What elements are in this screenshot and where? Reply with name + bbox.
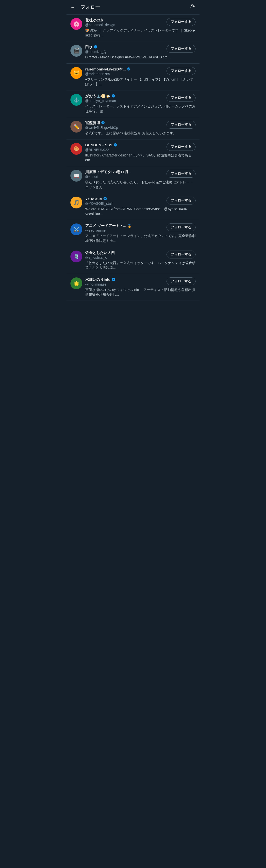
user-name: YOASOBI xyxy=(85,196,165,201)
verified-badge xyxy=(113,143,117,148)
avatar: ✏️ xyxy=(70,121,82,132)
user-handle: @YOASOBI_staff xyxy=(85,202,165,206)
verified-badge xyxy=(127,67,131,72)
user-handle: @s_toshitai_o xyxy=(85,255,165,259)
list-item: ⚔️アニメ ソードアート・...🏅@sao_animeフォローするアニメ「ソード… xyxy=(67,220,199,247)
list-item: ⚓がおう⚓🌕🌤️@umaiyo_puyomanフォローするイラストレーター。ラス… xyxy=(67,90,199,117)
user-handle: @hanamori_design xyxy=(85,23,165,27)
follow-button[interactable]: フォローする xyxy=(166,45,196,53)
user-handle: @Un4v5s8bgsVk9Xp xyxy=(85,126,165,130)
avatar: ⚔️ xyxy=(70,223,82,235)
follow-button[interactable]: フォローする xyxy=(166,170,196,178)
follow-button[interactable]: フォローする xyxy=(166,223,196,231)
user-handle: @kunori xyxy=(85,175,165,179)
user-name: 冨樫義博 xyxy=(85,121,165,125)
user-handle: @umaiyo_puyoman xyxy=(85,99,165,103)
avatar: ⚓ xyxy=(70,94,82,106)
user-handle: @BUNBUN922 xyxy=(85,148,165,152)
user-bio: 🎨 雑多 ｜ グラフィックデザイナー、イラストレーターです ｜ Skeb ▶ s… xyxy=(85,28,196,38)
user-name: 佐倉としたい大西 xyxy=(85,251,165,255)
list-item: 🌟水瀬いのりinfo@inoriminaseフォローする声優水瀬いのりのオフィシ… xyxy=(67,274,199,301)
list-item: 🎨BUNBUN－SSS@BUNBUN922フォローするIllustrator /… xyxy=(67,140,199,166)
avatar: 🌸 xyxy=(70,18,82,30)
avatar: 🐱 xyxy=(70,67,82,79)
user-handle: @rariemonn765 xyxy=(85,72,165,76)
follow-button[interactable]: フォローする xyxy=(166,94,196,102)
user-bio: 「佐倉としたい大西」の公式ツイッターです。パーソナリティは佐倉綾音さんと大西沙織… xyxy=(85,261,196,270)
list-item: 🐱rariemonn@Live2D本...@rariemonn765フォローする… xyxy=(67,64,199,90)
user-name: BUNBUN－SSS xyxy=(85,143,165,148)
user-handle: @usumizu_Q xyxy=(85,50,165,54)
user-handle: @inoriminase xyxy=(85,282,165,286)
user-name: 臼水 xyxy=(85,45,165,50)
back-button[interactable]: ← xyxy=(70,4,75,10)
user-name: アニメ ソードアート・...🏅 xyxy=(85,223,165,228)
list-item: 🎙️佐倉としたい大西@s_toshitai_oフォローする「佐倉としたい大西」の… xyxy=(67,247,199,274)
follow-button[interactable]: フォローする xyxy=(166,196,196,205)
verified-badge xyxy=(94,45,98,50)
user-handle: @sao_anime xyxy=(85,228,165,232)
avatar: 🎬 xyxy=(70,45,82,57)
avatar: 🌟 xyxy=(70,277,82,289)
user-name: 川原礫；デモクレ3巻11月... xyxy=(85,170,165,175)
list-item: 🌸花杜ゆのき@hanamori_designフォローする🎨 雑多 ｜ グラフィッ… xyxy=(67,14,199,41)
follow-button[interactable]: フォローする xyxy=(166,67,196,75)
user-bio: アニメ「ソードアート・オンライン」公式アカウントです。完全新作劇場版制作決定！推… xyxy=(85,234,196,243)
follow-button[interactable]: フォローする xyxy=(166,143,196,151)
follow-button[interactable]: フォローする xyxy=(166,18,196,26)
list-item: 🎬臼水@usumizu_QフォローするDirector / Movie Desi… xyxy=(67,41,199,64)
user-name: rariemonn@Live2D本... xyxy=(85,67,165,72)
follow-button[interactable]: フォローする xyxy=(166,251,196,258)
user-bio: 声優水瀬いのりのオフィシャルinfo。 アーティスト活動情報や各種出演情報等をお… xyxy=(85,287,196,297)
user-list: 🌸花杜ゆのき@hanamori_designフォローする🎨 雑多 ｜ グラフィッ… xyxy=(67,14,199,301)
header: ← フォロー xyxy=(67,0,199,14)
verified-badge xyxy=(101,121,105,125)
list-item: ✏️冨樫義博@Un4v5s8bgsVk9Xpフォローする公式()です。 主に原稿… xyxy=(67,117,199,140)
user-bio: We are YOASOBI from JAPAN! Composer:Ayas… xyxy=(85,207,196,216)
user-bio: 公式()です。 主に原稿の 進捗状況を お伝えしていきます。 xyxy=(85,131,196,136)
user-name: 花杜ゆのき xyxy=(85,18,165,23)
user-bio: Illustrator / Character designer ラノベ、SAO… xyxy=(85,153,196,163)
verified-gold-badge: 🏅 xyxy=(127,224,132,228)
verified-badge xyxy=(111,277,115,282)
user-name: がおう⚓🌕🌤️ xyxy=(85,94,165,98)
page-title: フォロー xyxy=(80,4,100,10)
list-item: 🎵YOASOBI@YOASOBI_staffフォローするWe are YOASO… xyxy=(67,193,199,220)
user-bio: Director / Movie Designer ■MV/PV/LiveBG/… xyxy=(85,55,196,60)
user-bio: イラストレーター。ラストイデアメインビジュアル他ゲームラノベのお仕事等。 湊..… xyxy=(85,104,196,114)
avatar: 🎨 xyxy=(70,143,82,155)
verified-badge xyxy=(111,94,115,98)
user-bio: ■フリーランス/Live2Dデザイナー 【ホロライブ】【Varium】【ぶいすぽ… xyxy=(85,77,196,87)
avatar: 📖 xyxy=(70,170,82,182)
follow-button[interactable]: フォローする xyxy=(166,121,196,129)
user-name: 水瀬いのりinfo xyxy=(85,277,165,282)
list-item: 📖川原礫；デモクレ3巻11月...@kunoriフォローする寝たり食ったり読んだ… xyxy=(67,166,199,193)
avatar: 🎵 xyxy=(70,196,82,209)
verified-badge xyxy=(103,196,107,201)
header-left: ← フォロー xyxy=(70,4,100,10)
avatar: 🎙️ xyxy=(70,251,82,262)
follow-button[interactable]: フォローする xyxy=(166,277,196,285)
add-user-button[interactable] xyxy=(190,3,196,11)
user-bio: 寝たり食ったり読んだり書いたり。 お仕事関係のご連絡はストレートエッジさん... xyxy=(85,180,196,189)
